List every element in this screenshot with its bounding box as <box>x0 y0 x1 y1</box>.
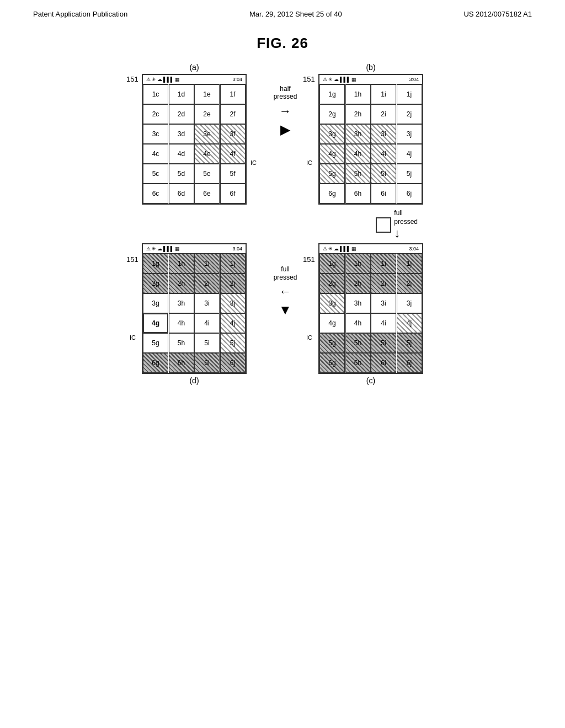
status-icons-b: ⚠ ✳ ☁ ▌▌▌ ▦ <box>323 77 356 82</box>
arrow-down-icon: ↓ <box>394 226 400 240</box>
sub-label-d: (d) <box>142 376 247 385</box>
cell-a-4-2: 5e <box>194 164 220 184</box>
cell-d-1-1: 2h <box>169 274 194 293</box>
cell-a-0-2: 1e <box>194 84 220 104</box>
cell-a-3-2: 4e <box>194 144 220 164</box>
phone-frame-d: ⚠ ✳ ☁ ▌▌▌ ▦ 3:04 1g1h1i1j2g2h2i2j3g3h3i3… <box>142 243 247 374</box>
cell-c-0-3: 1j <box>397 254 422 274</box>
cell-c-1-2: 2i <box>371 274 396 293</box>
cell-c-4-1: 5h <box>345 333 371 353</box>
cell-c-2-2: 3i <box>371 293 396 313</box>
cell-c-2-0: 3g <box>319 293 345 313</box>
status-bar-d: ⚠ ✳ ☁ ▌▌▌ ▦ 3:04 <box>143 244 246 254</box>
cell-c-5-1: 6h <box>345 353 371 373</box>
grid-c: 1g1h1i1j2g2h2i2j3g3h3i3j4g4h4i4j5g5h5i5j… <box>319 254 422 373</box>
cell-d-1-3: 2j <box>220 274 246 293</box>
figure-title: FIG. 26 <box>0 35 565 52</box>
cell-b-0-1: 1h <box>345 84 371 104</box>
cell-b-0-2: 1i <box>371 84 396 104</box>
cell-b-5-2: 6i <box>371 184 396 204</box>
cell-a-1-2: 2e <box>194 104 220 124</box>
cell-d-5-2: 6i <box>194 353 220 373</box>
cursor-full-down-icon: ▼ <box>279 302 292 318</box>
phone-frame-b: ⚠ ✳ ☁ ▌▌▌ ▦ 3:04 1g1h1i1j2g2h2i2j3g3h3i3… <box>318 74 423 205</box>
cursor-full-icon <box>376 217 391 233</box>
cell-d-2-1: 3h <box>169 293 194 313</box>
cell-a-2-0: 3c <box>143 124 168 144</box>
cell-b-3-1: 4h <box>345 144 371 164</box>
cell-b-4-0: 5g <box>319 164 345 184</box>
cell-b-4-2: 5i <box>371 164 396 184</box>
ic-label-b: IC <box>306 159 312 166</box>
cell-c-3-3: 4j <box>397 313 422 333</box>
cell-a-3-3: 4f <box>220 144 246 164</box>
status-bar-b: ⚠ ✳ ☁ ▌▌▌ ▦ 3:04 <box>319 75 422 84</box>
cell-d-5-3: 6j <box>220 353 246 373</box>
label-151-a: 151 <box>126 75 138 83</box>
header-middle: Mar. 29, 2012 Sheet 25 of 40 <box>249 10 342 18</box>
cell-b-3-3: 4j <box>397 144 422 164</box>
cell-a-2-2: 3e <box>194 124 220 144</box>
cell-a-0-3: 1f <box>220 84 246 104</box>
grid-d: 1g1h1i1j2g2h2i2j3g3h3i3j4g4h4i4j5g5h5i5j… <box>143 254 246 373</box>
sub-label-c: (c) <box>318 376 423 385</box>
cell-d-3-3: 4j <box>220 313 246 333</box>
cell-b-2-3: 3j <box>397 124 422 144</box>
grid-b: 1g1h1i1j2g2h2i2j3g3h3i3j4g4h4i4j5g5h5i5j… <box>319 84 422 204</box>
cell-d-5-0: 6g <box>143 353 168 373</box>
phone-frame-a: ⚠ ✳ ☁ ▌▌▌ ▦ 3:04 1c1d1e1f2c2d2e2f3c3d3e3… <box>142 74 247 205</box>
cell-d-0-0: 1g <box>143 254 168 274</box>
cell-a-4-3: 5f <box>220 164 246 184</box>
label-151-d: 151 <box>126 255 138 264</box>
cell-d-2-2: 3i <box>194 293 220 313</box>
cell-b-1-1: 2h <box>345 104 371 124</box>
cell-d-0-3: 1j <box>220 254 246 274</box>
cell-b-2-2: 3i <box>371 124 396 144</box>
cell-c-2-3: 3j <box>397 293 422 313</box>
header-left: Patent Application Publication <box>33 10 127 18</box>
cell-d-3-2: 4i <box>194 313 220 333</box>
ic-label-a: IC <box>250 159 257 166</box>
cell-b-1-3: 2j <box>397 104 422 124</box>
cell-c-4-2: 5i <box>371 333 396 353</box>
cell-b-2-0: 3g <box>319 124 345 144</box>
phone-frame-c: ⚠ ✳ ☁ ▌▌▌ ▦ 3:04 1g1h1i1j2g2h2i2j3g3h3i3… <box>318 243 423 374</box>
ic-label-c: IC <box>306 334 312 341</box>
status-bar-c: ⚠ ✳ ☁ ▌▌▌ ▦ 3:04 <box>319 244 422 254</box>
cell-d-1-0: 2g <box>143 274 168 293</box>
cell-c-5-2: 6i <box>371 353 396 373</box>
cell-c-4-0: 5g <box>319 333 345 353</box>
cell-b-3-2: 4i <box>371 144 396 164</box>
cell-c-5-0: 6g <box>319 353 345 373</box>
time-a: 3:04 <box>232 77 242 82</box>
arrow-right-icon: → <box>279 104 291 119</box>
cell-b-4-1: 5h <box>345 164 371 184</box>
cell-a-3-0: 4c <box>143 144 168 164</box>
ic-label-d: IC <box>130 334 136 341</box>
cell-a-0-0: 1c <box>143 84 168 104</box>
cell-d-5-1: 6h <box>169 353 194 373</box>
cell-b-0-0: 1g <box>319 84 345 104</box>
arrow-left-icon: ← <box>279 285 291 299</box>
cell-b-1-2: 2i <box>371 104 396 124</box>
page-header: Patent Application Publication Mar. 29, … <box>0 0 565 18</box>
cell-a-5-3: 6f <box>220 184 246 204</box>
status-icons-d: ⚠ ✳ ☁ ▌▌▌ ▦ <box>146 246 180 251</box>
cell-c-0-1: 1h <box>345 254 371 274</box>
half-pressed-label: halfpressed <box>274 85 297 101</box>
cell-a-2-1: 3d <box>169 124 194 144</box>
cell-d-4-2: 5i <box>194 333 220 353</box>
cell-c-5-3: 6j <box>397 353 422 373</box>
cell-d-4-0: 5g <box>143 333 168 353</box>
cell-a-5-1: 6d <box>169 184 194 204</box>
cell-a-2-3: 3f <box>220 124 246 144</box>
cell-a-3-1: 4d <box>169 144 194 164</box>
cell-d-2-3: 3j <box>220 293 246 313</box>
cell-a-0-1: 1d <box>169 84 194 104</box>
cell-b-1-0: 2g <box>319 104 345 124</box>
cell-b-0-3: 1j <box>397 84 422 104</box>
cell-a-1-0: 2c <box>143 104 168 124</box>
cell-c-1-1: 2h <box>345 274 371 293</box>
cell-c-3-0: 4g <box>319 313 345 333</box>
cell-c-1-3: 2j <box>397 274 422 293</box>
